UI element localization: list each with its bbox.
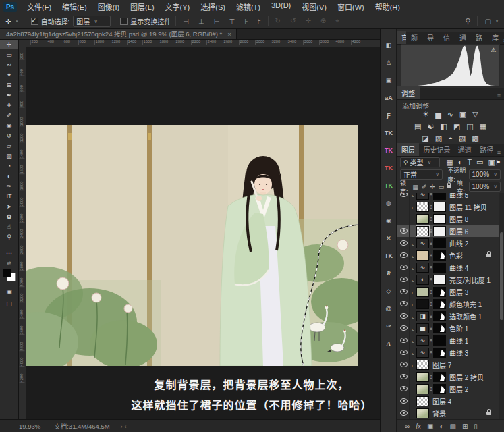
show-transform-checkbox[interactable] (120, 18, 128, 25)
document-surface[interactable]: 复制背景层，把背景层移至人物上次， 这样就挡住了裙子的位置（不用修掉了！哈哈） (26, 47, 380, 420)
layer-visibility-toggle[interactable] (399, 346, 410, 358)
menu-item-编辑[interactable]: 编辑(E) (57, 1, 92, 12)
layer-name[interactable]: 色彩 (449, 250, 463, 261)
menu-item-图像[interactable]: 图像(I) (92, 1, 125, 12)
layer-thumbnail[interactable] (416, 214, 429, 224)
layer-visibility-toggle[interactable] (399, 193, 410, 200)
menu-item-文字[interactable]: 文字(Y) (160, 1, 196, 12)
panel-menu-icon[interactable]: ≡ (497, 149, 504, 156)
mask-link-icon[interactable]: 8 (430, 253, 432, 258)
tk-small-panel-icon[interactable]: TK (381, 247, 397, 265)
layer-name[interactable]: 曲线 2 (449, 238, 468, 248)
menu-item-图层[interactable]: 图层(L) (125, 1, 159, 12)
layer-row[interactable]: ⌞图层 7 (397, 358, 499, 371)
layer-visibility-toggle[interactable] (399, 383, 410, 395)
layer-mask-thumbnail[interactable] (433, 226, 446, 236)
layer-row[interactable]: 图层 4 (397, 395, 499, 407)
layer-visibility-toggle[interactable] (399, 213, 410, 225)
layer-mask-thumbnail[interactable] (433, 384, 446, 394)
align-icon[interactable]: ⊦ (244, 18, 248, 25)
layer-name[interactable]: 选取颜色 1 (449, 311, 482, 321)
menu-item-滤镜[interactable]: 滤镜(T) (231, 1, 266, 12)
mask-link-icon[interactable]: 8 (430, 229, 432, 234)
layer-thumbnail[interactable] (416, 226, 429, 236)
close-tab-icon[interactable]: × (227, 30, 231, 38)
at-panel-icon[interactable]: @ (381, 300, 397, 317)
layer-style-button[interactable]: fx (416, 423, 421, 430)
layer-visibility-toggle[interactable] (399, 310, 410, 322)
layer-thumbnail[interactable] (416, 299, 429, 309)
layer-thumbnail[interactable]: ▅ (416, 323, 429, 333)
layer-thumbnail[interactable] (416, 372, 429, 382)
layer-mask-thumbnail[interactable] (433, 193, 446, 200)
layer-row[interactable]: 8图层 6 (397, 225, 499, 237)
tk-panel-icon[interactable]: TK (381, 124, 397, 142)
layer-row[interactable]: ⌞∿8曲线 3 (397, 346, 499, 358)
plugin-circle-icon[interactable]: ◍ (381, 194, 397, 212)
gradient-map-icon[interactable]: ▩ (472, 134, 478, 143)
layer-mask-thumbnail[interactable] (433, 238, 446, 248)
layer-mask-thumbnail[interactable] (433, 299, 446, 309)
layer-row[interactable]: ⌞8图层 3 (397, 286, 499, 298)
layer-row[interactable]: 8图层 2 (397, 383, 499, 395)
menu-item-窗口[interactable]: 窗口(W) (332, 1, 370, 12)
menu-item-文件[interactable]: 文件(F) (22, 1, 57, 12)
mask-link-icon[interactable]: 8 (430, 265, 432, 270)
layer-visibility-toggle[interactable] (399, 407, 410, 419)
layer-name[interactable]: 曲线 5 (449, 193, 468, 200)
lock-icon-0[interactable]: ▦ (412, 184, 418, 190)
layer-visibility-toggle[interactable] (399, 322, 410, 334)
layer-thumbnail[interactable] (416, 202, 429, 212)
exposure-icon[interactable]: ▣ (459, 110, 466, 119)
layer-name[interactable]: 图层 6 (449, 226, 468, 236)
align-icon[interactable]: ⊣ (183, 18, 189, 25)
filter-kind-dropdown[interactable]: ⚲ 类型 ∨ (400, 157, 440, 167)
filter-smart-objects-icon[interactable]: ▣ (488, 158, 495, 167)
align-icon[interactable]: ⊥ (198, 18, 204, 25)
layer-row[interactable]: ⌞▅8色阶 1 (397, 322, 499, 334)
mode-3d-icon[interactable]: ↺ (290, 17, 296, 25)
zoom-tool[interactable]: ⚲ (0, 232, 18, 242)
layer-row[interactable]: ⌞8色彩 (397, 249, 499, 261)
swap-colors-icon[interactable]: ⇄ (0, 261, 18, 266)
layer-visibility-toggle[interactable] (399, 261, 410, 273)
layer-visibility-toggle[interactable] (399, 395, 410, 407)
menu-item-选择[interactable]: 选择(S) (195, 1, 231, 12)
mask-link-icon[interactable]: 8 (430, 338, 432, 343)
mask-link-icon[interactable]: 8 (430, 387, 432, 392)
layer-name[interactable]: 亮度/对比度 1 (449, 275, 491, 285)
shape-tool[interactable]: ✿ (0, 211, 18, 221)
search-icon[interactable]: ⚲ (465, 17, 470, 26)
layer-thumbnail[interactable] (416, 396, 429, 406)
lasso-tool[interactable]: ∾ (0, 59, 18, 70)
layer-thumbnail[interactable]: ∿ (416, 193, 429, 200)
zoom-level[interactable]: 19.93% (19, 423, 40, 430)
filter-shape-layers-icon[interactable]: ▭ (476, 158, 483, 167)
rect-marquee-tool[interactable]: ▭ (0, 49, 18, 59)
mask-link-icon[interactable]: 8 (430, 302, 432, 306)
auto-select-checkbox[interactable] (31, 18, 38, 25)
color-balance-icon[interactable]: ☯ (427, 122, 434, 131)
cube-3d-panel-icon[interactable]: ◇ (381, 282, 397, 300)
mask-link-icon[interactable]: 8 (430, 193, 432, 197)
layer-name[interactable]: 曲线 4 (449, 263, 468, 273)
layer-visibility-toggle[interactable] (399, 334, 410, 346)
brush-tool[interactable]: ✐ (0, 110, 18, 120)
screen-mode-icon[interactable]: ▢ (0, 300, 18, 307)
layer-row[interactable]: 背景 (397, 407, 499, 419)
layer-name[interactable]: 图层 7 (432, 360, 451, 370)
panel-menu-icon[interactable]: ≡ (497, 92, 504, 99)
layer-visibility-toggle[interactable] (399, 371, 410, 383)
layer-row[interactable]: ⌞∿8曲线 1 (397, 334, 499, 346)
gradient-tool[interactable]: ▨ (0, 151, 18, 161)
layer-name[interactable]: 图层 4 (432, 396, 451, 406)
dodge-tool[interactable]: ◐ (0, 171, 18, 181)
selective-color-icon[interactable]: ▧ (459, 134, 466, 143)
layer-mask-thumbnail[interactable] (433, 202, 446, 212)
layer-mask-thumbnail[interactable] (433, 263, 446, 273)
layer-row[interactable]: ⌞◐8亮度/对比度 1 (397, 273, 499, 286)
layer-mask-thumbnail[interactable] (433, 275, 446, 285)
layer-thumbnail[interactable]: ∿ (416, 335, 429, 346)
layer-thumbnail[interactable]: ∿ (416, 263, 429, 273)
layer-mask-thumbnail[interactable] (433, 287, 446, 297)
